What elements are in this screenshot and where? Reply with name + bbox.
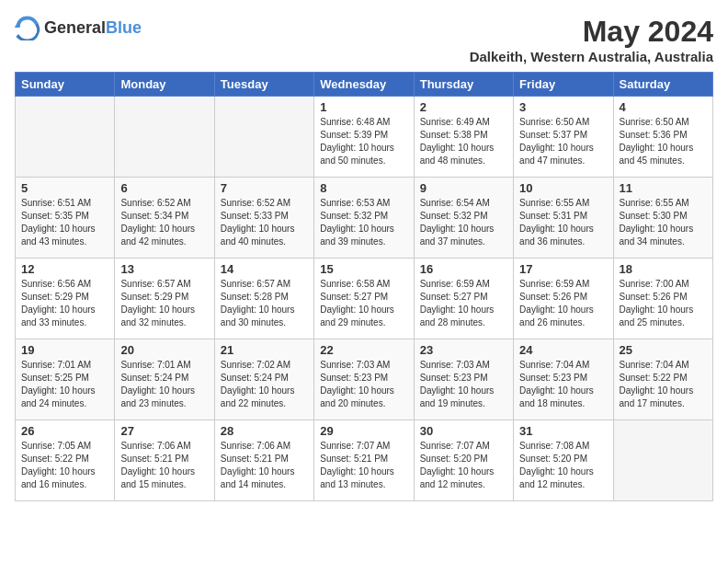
calendar-cell: 19Sunrise: 7:01 AMSunset: 5:25 PMDayligh… [16,339,115,420]
day-number: 19 [21,343,108,357]
day-info: Sunrise: 6:57 AMSunset: 5:29 PMDaylight:… [120,278,208,329]
calendar-table: Sunday Monday Tuesday Wednesday Thursday… [15,72,713,501]
day-number: 6 [120,181,208,195]
calendar-cell: 14Sunrise: 6:57 AMSunset: 5:28 PMDayligh… [214,259,313,339]
day-info: Sunrise: 7:02 AMSunset: 5:24 PMDaylight:… [221,359,308,410]
calendar-cell: 12Sunrise: 6:56 AMSunset: 5:29 PMDayligh… [16,259,115,339]
logo-text: GeneralBlue [44,18,142,38]
day-info: Sunrise: 6:55 AMSunset: 5:30 PMDaylight:… [620,197,707,248]
calendar-cell: 3Sunrise: 6:50 AMSunset: 5:37 PMDaylight… [514,97,613,178]
calendar-cell: 22Sunrise: 7:03 AMSunset: 5:23 PMDayligh… [314,339,414,420]
calendar-cell: 20Sunrise: 7:01 AMSunset: 5:24 PMDayligh… [115,339,214,420]
calendar-cell: 2Sunrise: 6:49 AMSunset: 5:38 PMDaylight… [414,97,513,178]
day-info: Sunrise: 7:05 AMSunset: 5:22 PMDaylight:… [21,440,108,491]
calendar-week-row: 1Sunrise: 6:48 AMSunset: 5:39 PMDaylight… [16,97,713,178]
day-number: 29 [320,424,407,438]
calendar-cell: 15Sunrise: 6:58 AMSunset: 5:27 PMDayligh… [314,259,414,339]
day-info: Sunrise: 6:55 AMSunset: 5:31 PMDaylight:… [519,197,607,248]
calendar-cell: 31Sunrise: 7:08 AMSunset: 5:20 PMDayligh… [514,420,613,501]
day-number: 22 [320,343,407,357]
calendar-cell: 30Sunrise: 7:07 AMSunset: 5:20 PMDayligh… [414,420,513,501]
day-number: 7 [221,181,308,195]
day-number: 31 [519,424,607,438]
day-number: 3 [519,100,607,114]
day-info: Sunrise: 7:01 AMSunset: 5:25 PMDaylight:… [21,359,108,410]
calendar-cell: 11Sunrise: 6:55 AMSunset: 5:30 PMDayligh… [613,178,712,259]
day-info: Sunrise: 6:56 AMSunset: 5:29 PMDaylight:… [21,278,108,329]
calendar-cell: 28Sunrise: 7:06 AMSunset: 5:21 PMDayligh… [214,420,313,501]
day-info: Sunrise: 7:04 AMSunset: 5:22 PMDaylight:… [620,359,707,410]
day-number: 11 [620,181,707,195]
day-info: Sunrise: 7:01 AMSunset: 5:24 PMDaylight:… [120,359,208,410]
col-saturday: Saturday [613,73,712,97]
day-number: 20 [120,343,208,357]
calendar-cell: 26Sunrise: 7:05 AMSunset: 5:22 PMDayligh… [16,420,115,501]
calendar-cell: 4Sunrise: 6:50 AMSunset: 5:36 PMDaylight… [613,97,712,178]
calendar-cell: 6Sunrise: 6:52 AMSunset: 5:34 PMDaylight… [115,178,214,259]
calendar-week-row: 19Sunrise: 7:01 AMSunset: 5:25 PMDayligh… [16,339,713,420]
day-number: 4 [620,100,707,114]
day-info: Sunrise: 7:04 AMSunset: 5:23 PMDaylight:… [519,359,607,410]
calendar-cell: 5Sunrise: 6:51 AMSunset: 5:35 PMDaylight… [16,178,115,259]
day-number: 18 [620,262,707,276]
col-tuesday: Tuesday [214,73,313,97]
calendar-cell [613,420,712,501]
day-number: 5 [21,181,108,195]
day-info: Sunrise: 7:06 AMSunset: 5:21 PMDaylight:… [120,440,208,491]
calendar-week-row: 12Sunrise: 6:56 AMSunset: 5:29 PMDayligh… [16,259,713,339]
day-info: Sunrise: 7:07 AMSunset: 5:20 PMDaylight:… [420,440,507,491]
day-info: Sunrise: 6:52 AMSunset: 5:33 PMDaylight:… [221,197,308,248]
day-info: Sunrise: 6:54 AMSunset: 5:32 PMDaylight:… [420,197,507,248]
calendar-cell: 27Sunrise: 7:06 AMSunset: 5:21 PMDayligh… [115,420,214,501]
day-number: 14 [221,262,308,276]
day-number: 13 [120,262,208,276]
calendar-cell [115,97,214,178]
day-info: Sunrise: 6:59 AMSunset: 5:27 PMDaylight:… [420,278,507,329]
day-info: Sunrise: 6:50 AMSunset: 5:36 PMDaylight:… [620,116,707,167]
day-info: Sunrise: 6:48 AMSunset: 5:39 PMDaylight:… [320,116,407,167]
calendar-week-row: 5Sunrise: 6:51 AMSunset: 5:35 PMDaylight… [16,178,713,259]
day-info: Sunrise: 7:03 AMSunset: 5:23 PMDaylight:… [420,359,507,410]
day-info: Sunrise: 6:57 AMSunset: 5:28 PMDaylight:… [221,278,308,329]
calendar-cell: 8Sunrise: 6:53 AMSunset: 5:32 PMDaylight… [314,178,414,259]
calendar-cell: 9Sunrise: 6:54 AMSunset: 5:32 PMDaylight… [414,178,513,259]
calendar-cell: 10Sunrise: 6:55 AMSunset: 5:31 PMDayligh… [514,178,613,259]
calendar-header: Sunday Monday Tuesday Wednesday Thursday… [16,73,713,97]
calendar-cell: 13Sunrise: 6:57 AMSunset: 5:29 PMDayligh… [115,259,214,339]
calendar-cell: 18Sunrise: 7:00 AMSunset: 5:26 PMDayligh… [613,259,712,339]
col-friday: Friday [514,73,613,97]
day-info: Sunrise: 7:03 AMSunset: 5:23 PMDaylight:… [320,359,407,410]
day-info: Sunrise: 7:08 AMSunset: 5:20 PMDaylight:… [519,440,607,491]
logo-blue: Blue [106,18,142,37]
col-thursday: Thursday [414,73,513,97]
col-monday: Monday [115,73,214,97]
day-number: 1 [320,100,407,114]
day-number: 10 [519,181,607,195]
day-number: 27 [120,424,208,438]
logo-icon [15,15,40,40]
day-info: Sunrise: 6:50 AMSunset: 5:37 PMDaylight:… [519,116,607,167]
col-wednesday: Wednesday [314,73,414,97]
calendar-cell: 21Sunrise: 7:02 AMSunset: 5:24 PMDayligh… [214,339,313,420]
day-number: 21 [221,343,308,357]
calendar-cell: 25Sunrise: 7:04 AMSunset: 5:22 PMDayligh… [613,339,712,420]
day-number: 15 [320,262,407,276]
logo-general: General [44,18,106,37]
day-info: Sunrise: 7:00 AMSunset: 5:26 PMDaylight:… [620,278,707,329]
day-number: 26 [21,424,108,438]
calendar-cell: 23Sunrise: 7:03 AMSunset: 5:23 PMDayligh… [414,339,513,420]
col-sunday: Sunday [16,73,115,97]
day-info: Sunrise: 6:51 AMSunset: 5:35 PMDaylight:… [21,197,108,248]
calendar-cell [214,97,313,178]
title-block: May 2024 Dalkeith, Western Australia, Au… [470,15,713,64]
day-number: 23 [420,343,507,357]
month-year-title: May 2024 [470,15,713,49]
calendar-cell: 7Sunrise: 6:52 AMSunset: 5:33 PMDaylight… [214,178,313,259]
day-info: Sunrise: 6:49 AMSunset: 5:38 PMDaylight:… [420,116,507,167]
day-number: 2 [420,100,507,114]
day-number: 17 [519,262,607,276]
logo: GeneralBlue [15,15,142,40]
calendar-week-row: 26Sunrise: 7:05 AMSunset: 5:22 PMDayligh… [16,420,713,501]
calendar-body: 1Sunrise: 6:48 AMSunset: 5:39 PMDaylight… [16,97,713,501]
day-number: 24 [519,343,607,357]
